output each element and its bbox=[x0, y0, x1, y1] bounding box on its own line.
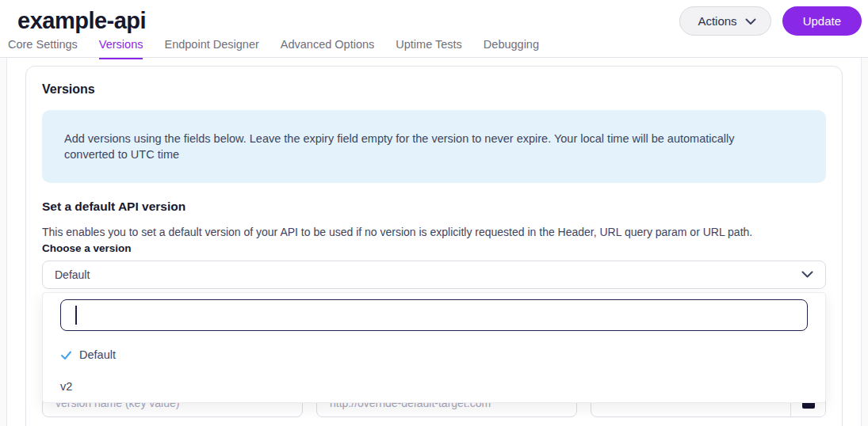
tab-advanced-options[interactable]: Advanced Options bbox=[281, 38, 375, 59]
default-version-heading: Set a default API version bbox=[42, 200, 826, 214]
tab-debugging[interactable]: Debugging bbox=[484, 38, 539, 59]
chevron-down-icon bbox=[801, 268, 813, 282]
tab-versions[interactable]: Versions bbox=[99, 38, 143, 59]
card-heading: Versions bbox=[42, 82, 826, 97]
check-icon bbox=[60, 349, 72, 361]
version-dropdown-panel: Default v2 bbox=[42, 292, 826, 403]
tab-endpoint-designer[interactable]: Endpoint Designer bbox=[164, 38, 258, 59]
info-banner-text: Add versions using the fields below. Lea… bbox=[64, 131, 782, 162]
actions-button[interactable]: Actions bbox=[679, 6, 770, 36]
dropdown-option-label: Default bbox=[79, 348, 116, 361]
dropdown-option-default[interactable]: Default bbox=[43, 342, 825, 367]
tab-bar: Core Settings Versions Endpoint Designer… bbox=[0, 38, 868, 58]
dropdown-option-v2[interactable]: v2 bbox=[43, 374, 825, 399]
info-banner: Add versions using the fields below. Lea… bbox=[42, 110, 826, 183]
update-button[interactable]: Update bbox=[782, 6, 862, 36]
default-version-description: This enables you to set a default versio… bbox=[42, 226, 826, 238]
chevron-down-icon bbox=[745, 14, 756, 28]
update-button-label: Update bbox=[803, 14, 841, 28]
page-header: example-api Actions Update bbox=[0, 0, 868, 38]
tab-core-settings[interactable]: Core Settings bbox=[8, 38, 78, 59]
content-container: Versions Add versions using the fields b… bbox=[6, 58, 862, 426]
text-caret bbox=[75, 306, 77, 325]
version-select[interactable]: Default bbox=[42, 261, 826, 289]
actions-button-label: Actions bbox=[698, 14, 736, 28]
choose-version-label: Choose a version bbox=[42, 242, 826, 254]
dropdown-option-label: v2 bbox=[60, 380, 72, 393]
version-select-wrap: Default Default v2 bbox=[42, 261, 826, 289]
dropdown-search-input[interactable] bbox=[78, 309, 793, 321]
page-title: example-api bbox=[17, 8, 146, 34]
versions-card: Versions Add versions using the fields b… bbox=[25, 66, 843, 426]
tab-uptime-tests[interactable]: Uptime Tests bbox=[396, 38, 462, 59]
dropdown-search-box[interactable] bbox=[60, 299, 808, 331]
version-select-value: Default bbox=[55, 268, 801, 281]
